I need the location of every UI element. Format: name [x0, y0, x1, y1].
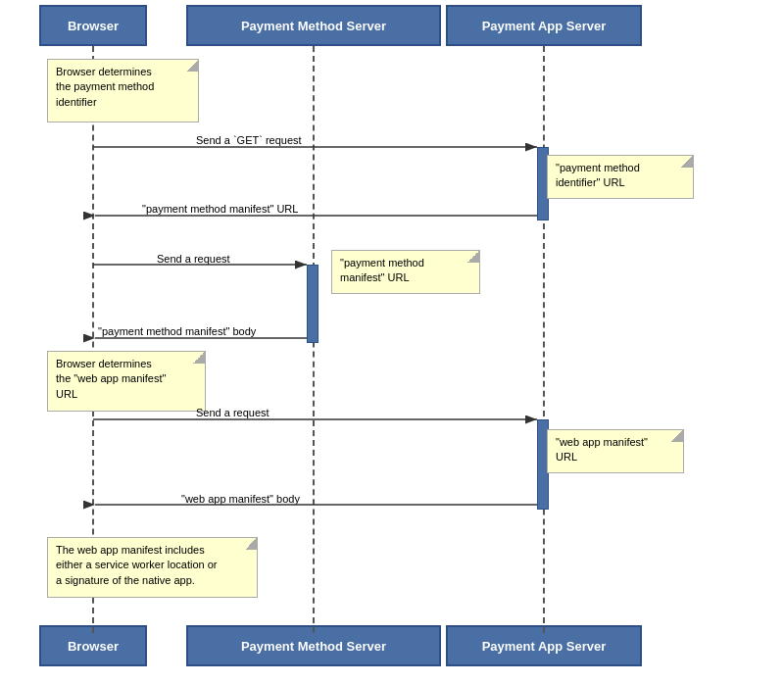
- header-payment-method-server: Payment Method Server: [186, 5, 441, 46]
- note-payment-manifest-url: "payment method manifest" URL: [331, 250, 480, 294]
- msg-label-get-request: Send a `GET` request: [196, 134, 302, 146]
- msg-label-web-app-manifest-body: "web app manifest" body: [181, 493, 300, 505]
- note-web-app-includes: The web app manifest includes either a s…: [47, 537, 258, 598]
- note-payment-identifier-url: "payment method identifier" URL: [547, 155, 694, 199]
- note-web-app-manifest-url: "web app manifest" URL: [547, 429, 684, 473]
- header-payment-app-server: Payment App Server: [446, 5, 642, 46]
- note-browser-determines-identifier: Browser determines the payment method id…: [47, 59, 199, 122]
- msg-label-payment-manifest-body: "payment method manifest" body: [98, 325, 256, 337]
- sequence-diagram: Browser Payment Method Server Payment Ap…: [0, 0, 784, 684]
- msg-label-payment-manifest-url: "payment method manifest" URL: [142, 203, 298, 215]
- activation-bar-payment-method-1: [307, 265, 318, 343]
- msg-label-send-request-2: Send a request: [157, 253, 230, 265]
- note-browser-determines-web-app: Browser determines the "web app manifest…: [47, 351, 206, 412]
- msg-label-send-request-3: Send a request: [196, 407, 270, 418]
- header-browser: Browser: [39, 5, 147, 46]
- lifeline-payment-app-server: [543, 46, 545, 633]
